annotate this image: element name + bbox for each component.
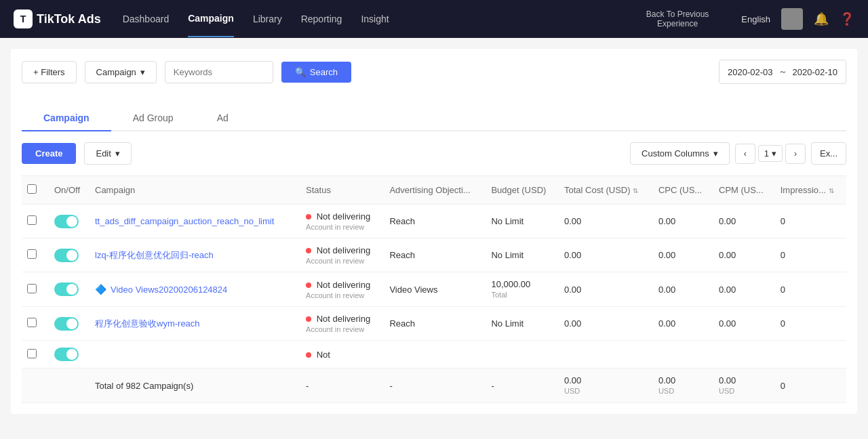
date-range-picker[interactable]: 2020-02-03 ～ 2020-02-10 (719, 60, 846, 84)
export-button[interactable]: Ex... (811, 142, 846, 165)
total-cost-header[interactable]: Total Cost (USD) ⇅ (559, 176, 653, 205)
top-navigation: T TikTok Ads Dashboard Campaign Library … (0, 0, 868, 38)
date-end: 2020-02-10 (793, 67, 838, 77)
select-all-checkbox[interactable] (27, 184, 37, 194)
campaign-tabs: Campaign Ad Group Ad (22, 106, 846, 131)
toolbar-right: Custom Columns ▾ ‹ 1 ▾ › Ex... (630, 142, 846, 165)
cpm-header: CPM (US... (713, 176, 775, 205)
logo-icon: T (14, 9, 33, 28)
search-icon: 🔍 (295, 67, 306, 77)
filter-bar: + Filters Campaign ▾ 🔍 Search 2020-02-03… (22, 60, 846, 95)
chevron-down-icon: ▾ (140, 67, 145, 77)
status-dot (306, 214, 311, 220)
nav-dashboard[interactable]: Dashboard (123, 1, 170, 37)
prev-page-button[interactable]: ‹ (735, 144, 755, 164)
campaign-header: Campaign (90, 176, 300, 205)
chevron-down-icon: ▾ (713, 148, 718, 159)
date-separator: ～ (778, 66, 787, 78)
avatar[interactable] (781, 8, 803, 30)
create-button[interactable]: Create (22, 143, 76, 164)
app-logo: T TikTok Ads (14, 9, 101, 28)
app-name: TikTok Ads (37, 12, 101, 26)
row-checkbox[interactable] (27, 215, 37, 225)
tab-campaign[interactable]: Campaign (22, 106, 111, 131)
campaign-toggle[interactable] (54, 215, 79, 228)
warning-icon: 🔷 (95, 284, 106, 295)
tab-ad[interactable]: Ad (195, 106, 250, 131)
campaign-toggle[interactable] (54, 249, 79, 262)
campaign-toggle[interactable] (54, 317, 79, 331)
row-checkbox[interactable] (27, 284, 37, 293)
row-checkbox[interactable] (27, 318, 37, 327)
table-row: lzq-程序化创意优化回归-reach Not delivering Accou… (22, 238, 846, 272)
total-row: Total of 982 Campaign(s) - - - 0.00 USD (22, 369, 846, 403)
table-row: tt_ads_diff_campaign_auction_reach_no_li… (22, 205, 846, 238)
row-checkbox[interactable] (27, 249, 37, 259)
custom-columns-button[interactable]: Custom Columns ▾ (630, 142, 730, 165)
status-header: Status (300, 176, 384, 205)
select-all-header (22, 176, 49, 205)
table-header-row: On/Off Campaign Status Advertising Objec… (22, 176, 846, 205)
back-to-previous[interactable]: Back To Previous Experience (646, 9, 709, 28)
table-row: 🔷Video Views20200206124824 Not deliverin… (22, 272, 846, 307)
campaign-toggle[interactable] (54, 283, 79, 296)
nav-library[interactable]: Library (253, 1, 282, 37)
pagination: ‹ 1 ▾ › (735, 144, 806, 164)
total-status: - (300, 369, 384, 403)
language-selector[interactable]: English (741, 14, 770, 24)
objective-header: Advertising Objecti... (384, 176, 486, 205)
status-dot (306, 248, 311, 253)
edit-dropdown[interactable]: Edit ▾ (84, 142, 131, 165)
chevron-down-icon: ▾ (772, 148, 776, 159)
campaign-dropdown[interactable]: Campaign ▾ (85, 61, 157, 83)
table-row: Not (22, 341, 846, 369)
nav-right-controls: English 🔔 ❓ (741, 8, 854, 30)
status-sub: Account in review (306, 257, 378, 265)
total-impressions-value: 0 (775, 369, 846, 403)
status-dot (306, 283, 311, 288)
nav-links: Dashboard Campaign Library Reporting Ins… (123, 1, 625, 37)
sort-icon-impressions: ⇅ (829, 187, 834, 194)
cpc-header: CPC (US... (653, 176, 713, 205)
status-sub: Account in review (306, 291, 378, 299)
status-sub: Account in review (306, 325, 378, 333)
nav-reporting[interactable]: Reporting (301, 1, 342, 37)
total-cost-value: 0.00 USD (559, 369, 653, 403)
total-label: Total of 982 Campaign(s) (90, 369, 300, 403)
campaigns-table: On/Off Campaign Status Advertising Objec… (22, 175, 846, 403)
row-checkbox[interactable] (27, 349, 37, 358)
nav-campaign[interactable]: Campaign (188, 1, 234, 37)
total-cpc-value: 0.00 USD (653, 369, 713, 403)
status-sub: Account in review (306, 223, 378, 231)
keywords-input[interactable] (165, 61, 273, 83)
on-off-header: On/Off (49, 176, 90, 205)
page-number[interactable]: 1 ▾ (758, 145, 783, 162)
date-start: 2020-02-03 (728, 67, 773, 77)
campaign-link[interactable]: 程序化创意验收wym-reach (95, 318, 200, 329)
status-dot (306, 316, 311, 322)
campaign-link[interactable]: tt_ads_diff_campaign_auction_reach_no_li… (95, 216, 274, 226)
budget-header: Budget (USD) (486, 176, 559, 205)
action-toolbar: Create Edit ▾ Custom Columns ▾ ‹ 1 ▾ › (22, 142, 846, 165)
next-page-button[interactable]: › (785, 144, 806, 164)
campaign-dropdown-label: Campaign (96, 67, 136, 77)
sort-icon: ⇅ (633, 187, 638, 194)
chevron-down-icon: ▾ (115, 148, 120, 159)
table-row: 程序化创意验收wym-reach Not delivering Account … (22, 307, 846, 341)
notification-icon[interactable]: 🔔 (814, 12, 829, 26)
nav-insight[interactable]: Insight (361, 1, 389, 37)
campaign-link[interactable]: Video Views20200206124824 (111, 285, 227, 295)
tab-ad-group[interactable]: Ad Group (111, 106, 195, 131)
filters-button[interactable]: + Filters (22, 61, 77, 83)
help-icon[interactable]: ❓ (840, 12, 854, 26)
search-button[interactable]: 🔍 Search (281, 62, 351, 83)
total-cpm-value: 0.00 USD (713, 369, 775, 403)
status-dot (306, 352, 311, 358)
main-content: + Filters Campaign ▾ 🔍 Search 2020-02-03… (0, 49, 868, 439)
content-area: + Filters Campaign ▾ 🔍 Search 2020-02-03… (11, 49, 857, 414)
impressions-header: Impressio... ⇅ (775, 176, 846, 205)
campaign-link[interactable]: lzq-程序化创意优化回归-reach (95, 250, 214, 260)
campaign-toggle[interactable] (54, 348, 79, 361)
